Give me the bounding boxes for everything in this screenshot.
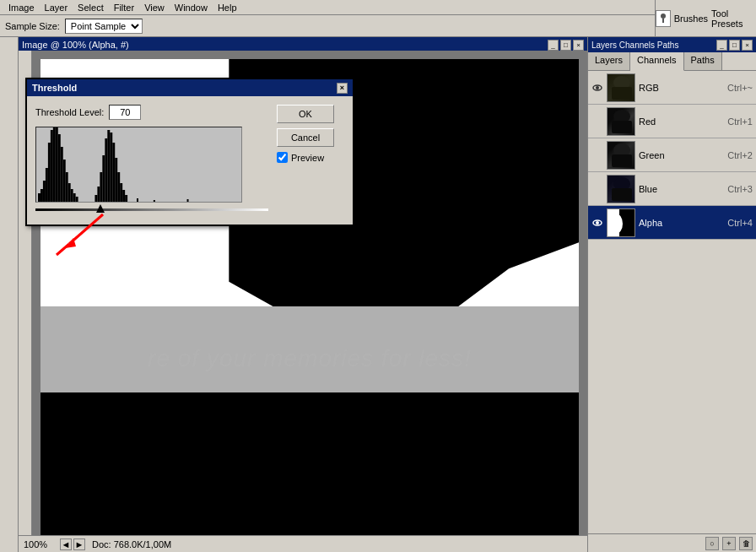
dialog-close-button[interactable]: × bbox=[337, 83, 348, 94]
channels-bottom-icon-3[interactable]: 🗑 bbox=[739, 537, 753, 550]
histogram-bars bbox=[36, 127, 241, 202]
svg-rect-16 bbox=[73, 193, 76, 202]
dialog-title-bar: Threshold × bbox=[27, 79, 353, 96]
channel-shortcut-blue: Ctrl+3 bbox=[727, 184, 753, 194]
sample-size-label: Sample Size: bbox=[5, 21, 60, 31]
channel-eye-blue[interactable] bbox=[591, 183, 603, 195]
channel-eye-alpha[interactable] bbox=[591, 217, 603, 229]
svg-rect-46 bbox=[612, 188, 632, 201]
close-canvas-button[interactable]: × bbox=[573, 40, 584, 51]
svg-rect-31 bbox=[137, 198, 138, 202]
zoom-level: 100% bbox=[24, 539, 53, 549]
sample-size-select[interactable]: Point Sample bbox=[65, 19, 143, 34]
channel-shortcut-red: Ctrl+1 bbox=[727, 116, 753, 127]
tool-presets-label: Tool Presets bbox=[711, 8, 756, 29]
menu-image[interactable]: Image bbox=[3, 2, 40, 14]
tab-channels[interactable]: Channels bbox=[630, 52, 683, 71]
tab-layers[interactable]: Layers bbox=[588, 52, 630, 70]
options-bar: Sample Size: Point Sample bbox=[0, 15, 756, 37]
preview-row: Preview bbox=[277, 152, 344, 163]
preview-label: Preview bbox=[291, 153, 324, 163]
status-bar: 100% ◄ ► Doc: 768.0K/1,00M bbox=[19, 535, 587, 552]
channel-thumb-green bbox=[607, 141, 635, 170]
svg-rect-8 bbox=[53, 127, 56, 202]
menu-filter[interactable]: Filter bbox=[109, 2, 139, 14]
menu-select[interactable]: Select bbox=[73, 2, 109, 14]
histogram-area bbox=[35, 127, 242, 203]
channel-eye-red[interactable] bbox=[591, 116, 603, 127]
svg-rect-17 bbox=[76, 197, 78, 202]
svg-rect-11 bbox=[61, 147, 63, 202]
svg-rect-18 bbox=[94, 195, 97, 202]
svg-rect-42 bbox=[612, 121, 632, 133]
channel-name-alpha: Alpha bbox=[639, 218, 724, 228]
svg-rect-1 bbox=[662, 19, 664, 23]
channel-list: RGB Ctrl+~ Red Ctrl+1 Green Ctrl+2 bbox=[588, 71, 756, 533]
panel-header-bar: Layers Channels Paths _ □ × bbox=[588, 37, 756, 52]
preview-checkbox[interactable] bbox=[277, 152, 288, 163]
histogram-slider[interactable] bbox=[35, 203, 268, 216]
channel-thumb-rgb bbox=[607, 73, 635, 102]
status-icon-left[interactable]: ◄ bbox=[60, 538, 72, 550]
channel-row-rgb[interactable]: RGB Ctrl+~ bbox=[588, 71, 756, 105]
svg-rect-33 bbox=[187, 199, 189, 202]
menu-view[interactable]: View bbox=[139, 2, 170, 14]
channel-row-alpha[interactable]: Alpha Ctrl+4 bbox=[588, 206, 756, 240]
svg-rect-40 bbox=[612, 87, 632, 100]
cancel-button[interactable]: Cancel bbox=[277, 128, 334, 147]
channel-row-red[interactable]: Red Ctrl+1 bbox=[588, 105, 756, 138]
panel-window-buttons: _ □ × bbox=[716, 40, 753, 51]
dialog-right-section: OK Cancel Preview bbox=[277, 105, 344, 216]
channel-name-red: Red bbox=[639, 116, 724, 127]
channel-eye-green[interactable] bbox=[591, 149, 603, 161]
panel-minimize[interactable]: _ bbox=[716, 40, 727, 51]
menu-help[interactable]: Help bbox=[213, 2, 242, 14]
status-icon-right[interactable]: ► bbox=[73, 538, 85, 550]
panel-close[interactable]: × bbox=[742, 40, 753, 51]
menu-window[interactable]: Window bbox=[170, 2, 213, 14]
panel-tabs: Layers Channels Paths bbox=[588, 52, 756, 71]
panel-bottom-bar: ○ + 🗑 bbox=[588, 533, 756, 552]
menu-layer[interactable]: Layer bbox=[40, 2, 73, 14]
svg-point-0 bbox=[661, 14, 666, 19]
dialog-title-left: Threshold bbox=[32, 83, 77, 93]
threshold-dialog: Threshold × Threshold Level: bbox=[25, 78, 354, 226]
image-black-bottom bbox=[40, 392, 579, 535]
dialog-title-text: Threshold bbox=[32, 83, 77, 93]
channels-bottom-icon-1[interactable]: ○ bbox=[705, 537, 719, 550]
channel-name-blue: Blue bbox=[639, 184, 724, 194]
slider-handle[interactable] bbox=[96, 204, 105, 213]
threshold-level-row: Threshold Level: bbox=[35, 105, 268, 120]
svg-rect-26 bbox=[115, 158, 117, 202]
right-panel: Layers Channels Paths _ □ × Layers Chann… bbox=[587, 37, 756, 552]
tool-presets-panel: Brushes Tool Presets bbox=[655, 0, 756, 37]
svg-rect-4 bbox=[43, 181, 46, 202]
svg-rect-9 bbox=[56, 127, 58, 202]
channel-row-blue[interactable]: Blue Ctrl+3 bbox=[588, 172, 756, 206]
channel-row-green[interactable]: Green Ctrl+2 bbox=[588, 138, 756, 172]
svg-point-51 bbox=[609, 214, 623, 234]
threshold-level-input[interactable] bbox=[109, 105, 141, 120]
svg-rect-30 bbox=[125, 195, 127, 202]
svg-rect-25 bbox=[112, 143, 115, 202]
svg-rect-12 bbox=[63, 160, 66, 202]
svg-rect-20 bbox=[100, 172, 102, 202]
svg-rect-24 bbox=[110, 133, 112, 202]
maximize-button[interactable]: □ bbox=[560, 40, 571, 51]
svg-rect-23 bbox=[107, 130, 110, 202]
tab-paths[interactable]: Paths bbox=[684, 52, 722, 70]
ok-button[interactable]: OK bbox=[277, 105, 334, 123]
channel-name-rgb: RGB bbox=[639, 83, 724, 93]
svg-rect-14 bbox=[68, 183, 71, 202]
panel-header-text: Layers Channels Paths bbox=[591, 41, 678, 50]
channel-shortcut-rgb: Ctrl+~ bbox=[727, 83, 753, 93]
channel-eye-rgb[interactable] bbox=[591, 82, 603, 94]
menu-bar: Image Layer Select Filter View Window He… bbox=[0, 0, 756, 15]
svg-point-38 bbox=[596, 86, 599, 89]
minimize-button[interactable]: _ bbox=[548, 40, 559, 51]
channel-thumb-red bbox=[607, 107, 635, 136]
panel-maximize[interactable]: □ bbox=[729, 40, 740, 51]
svg-rect-22 bbox=[105, 138, 107, 202]
channels-bottom-icon-2[interactable]: + bbox=[722, 537, 736, 550]
slider-track bbox=[35, 208, 268, 211]
